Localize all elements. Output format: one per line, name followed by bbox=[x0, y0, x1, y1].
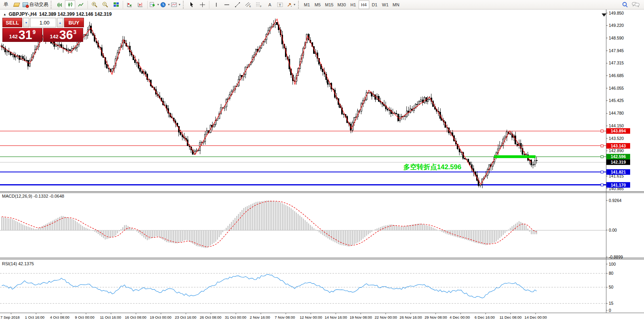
candle-body bbox=[112, 69, 113, 72]
macd-pane: 0.92640.00-0.8899 bbox=[0, 198, 623, 259]
zoom-in-button[interactable] bbox=[89, 0, 100, 9]
shapes-button[interactable]: ▾ bbox=[286, 0, 296, 9]
timeframe-button-D1[interactable]: D1 bbox=[369, 0, 380, 9]
price-tick-label: 146.685 bbox=[609, 73, 624, 78]
pivot-highlight-bar[interactable] bbox=[494, 155, 536, 158]
candle-body bbox=[145, 72, 146, 74]
horizontal-line-button[interactable] bbox=[222, 0, 232, 9]
equidistant-channel-button[interactable]: E bbox=[243, 0, 253, 9]
order-ticket-button[interactable] bbox=[11, 0, 22, 9]
timeframe-button-W1[interactable]: W1 bbox=[380, 0, 391, 9]
time-axis-label: 14 Dec 00:00 bbox=[524, 315, 547, 319]
svg-text:A: A bbox=[268, 2, 272, 7]
time-axis-label: 6 Dec 16:00 bbox=[475, 315, 495, 319]
price-tick-label: 144.780 bbox=[609, 111, 624, 115]
buy-button[interactable]: BUY bbox=[64, 18, 84, 27]
time-axis-label: 11 Dec 08:00 bbox=[500, 315, 522, 319]
text-tool-button[interactable]: A bbox=[264, 0, 275, 9]
price-tag-label: 142.319 bbox=[611, 160, 626, 164]
vertical-line-button[interactable] bbox=[211, 0, 221, 9]
chart-shift-button[interactable] bbox=[135, 0, 146, 9]
clock-icon bbox=[160, 2, 166, 8]
candle-body bbox=[26, 60, 27, 60]
buy-price-display[interactable]: 142363 bbox=[43, 28, 83, 42]
zoom-out-icon bbox=[102, 2, 108, 8]
svg-text:T: T bbox=[279, 3, 281, 7]
trendline-button[interactable] bbox=[232, 0, 243, 9]
text-tool-icon: A bbox=[267, 2, 272, 8]
new-chart-icon bbox=[150, 2, 156, 8]
candle-body bbox=[76, 45, 78, 48]
toolbar-gripper bbox=[183, 1, 184, 9]
template-icon bbox=[171, 2, 177, 8]
candle-body bbox=[22, 56, 23, 59]
community-chat-button[interactable] bbox=[631, 0, 641, 9]
toolbar-separator bbox=[147, 1, 148, 9]
text-label-button[interactable]: T bbox=[275, 0, 285, 9]
new-order-button[interactable]: 单 bbox=[1, 0, 11, 9]
candle-body bbox=[464, 159, 465, 159]
candle-body bbox=[206, 130, 207, 134]
cursor-button[interactable] bbox=[186, 0, 197, 9]
chart-shift-marker[interactable] bbox=[602, 13, 606, 17]
line-anchor-square bbox=[601, 130, 603, 132]
price-tick-label: 148.590 bbox=[609, 36, 624, 40]
toolbar-gripper bbox=[298, 1, 300, 9]
rsi-scale-label: 100 bbox=[609, 262, 616, 266]
fibonacci-button[interactable]: F bbox=[254, 0, 264, 9]
timeframe-button-MN[interactable]: MN bbox=[391, 0, 401, 9]
tile-windows-icon bbox=[113, 2, 119, 8]
candle-body bbox=[70, 49, 71, 51]
timeframe-button-M5[interactable]: M5 bbox=[312, 0, 323, 9]
timeframe-button-H1[interactable]: H1 bbox=[348, 0, 359, 9]
chart-canvas[interactable]: 149.850149.220148.590147.945147.315146.6… bbox=[0, 0, 644, 321]
timeframe-button-M15[interactable]: M15 bbox=[323, 0, 335, 9]
time-axis-label: 14 Nov 16:00 bbox=[325, 315, 347, 319]
time-axis-label: 26 Nov 16:00 bbox=[400, 315, 422, 319]
sell-button[interactable]: SELL bbox=[2, 18, 22, 27]
candle-body bbox=[424, 97, 425, 102]
time-axis-label: 11 Oct 16:00 bbox=[100, 315, 121, 319]
candle-body bbox=[375, 95, 376, 100]
sell-price-pips: 31 bbox=[19, 29, 32, 41]
candle-body bbox=[135, 60, 136, 62]
bar-chart-icon bbox=[57, 2, 63, 8]
time-axis-label: 12 Nov 00:00 bbox=[300, 315, 322, 319]
zoom-out-button[interactable] bbox=[100, 0, 110, 9]
one-click-prices-row: 142319 142363 bbox=[2, 28, 84, 42]
crosshair-button[interactable] bbox=[197, 0, 207, 9]
line-anchor-square bbox=[601, 145, 603, 147]
timeframe-button-M1[interactable]: M1 bbox=[302, 0, 312, 9]
volume-decrease-button[interactable]: ▼ bbox=[23, 18, 29, 27]
cursor-icon bbox=[189, 2, 194, 8]
candle-body bbox=[387, 109, 388, 110]
fibonacci-icon: F bbox=[256, 2, 262, 8]
templates-button[interactable]: ▾ bbox=[171, 0, 181, 9]
auto-trading-button[interactable]: 自动交易 bbox=[22, 0, 49, 9]
periods-button[interactable]: ▾ bbox=[160, 0, 170, 9]
macd-scale-label: 0.00 bbox=[609, 228, 617, 232]
candle-body bbox=[6, 51, 8, 52]
candle-body bbox=[12, 55, 13, 55]
one-click-panel-toggle-icon[interactable]: ▲ bbox=[3, 13, 6, 16]
timeframe-button-H4[interactable]: H4 bbox=[359, 0, 369, 9]
equidistant-channel-icon: E bbox=[245, 2, 251, 8]
text-label-icon: T bbox=[277, 2, 283, 8]
volume-input[interactable] bbox=[30, 18, 56, 27]
bar-chart-button[interactable] bbox=[54, 0, 65, 9]
volume-increase-button[interactable]: ▲ bbox=[57, 18, 63, 27]
candle-body bbox=[55, 45, 57, 46]
search-button[interactable] bbox=[620, 0, 630, 9]
macd-scale-label: 0.9264 bbox=[609, 198, 621, 203]
auto-scroll-button[interactable] bbox=[125, 0, 135, 9]
buy-price-pips: 36 bbox=[59, 29, 73, 41]
chevron-down-icon: ▾ bbox=[157, 3, 159, 6]
tile-windows-button[interactable] bbox=[111, 0, 121, 9]
sell-price-display[interactable]: 142319 bbox=[2, 28, 42, 42]
timeframe-button-M30[interactable]: M30 bbox=[335, 0, 348, 9]
rsi-scale-label: 0 bbox=[609, 308, 611, 313]
arrows-shapes-icon bbox=[287, 2, 292, 8]
new-chart-button[interactable]: ▾ bbox=[149, 0, 160, 9]
candlestick-chart-button[interactable] bbox=[65, 0, 75, 9]
line-chart-button[interactable] bbox=[76, 0, 86, 9]
